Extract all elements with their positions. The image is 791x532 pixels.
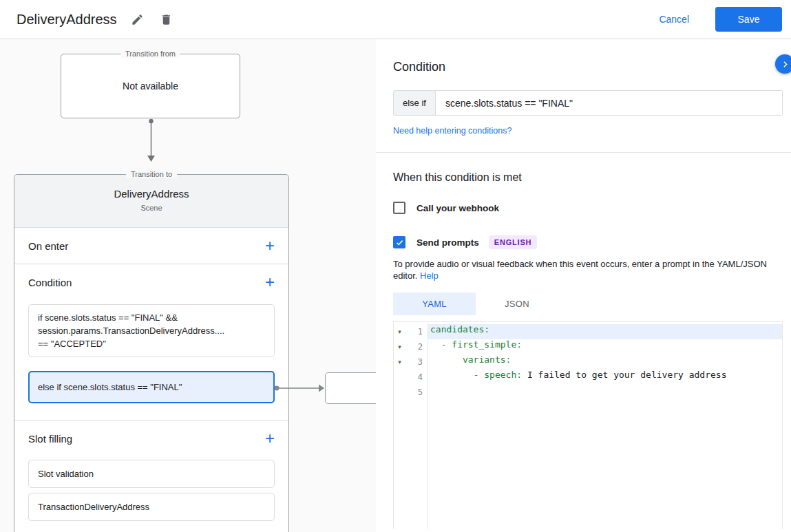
yaml-key: speech: — [484, 370, 522, 380]
condition-item-line: == "ACCEPTED" — [38, 337, 265, 350]
add-condition-button[interactable]: + — [265, 275, 275, 289]
page-title: DeliveryAddress — [17, 12, 117, 28]
transition-from-label: Transition from — [120, 50, 180, 58]
code-line-4: - speech: I failed to get your delivery … — [428, 370, 782, 385]
right-arrow-head — [319, 385, 324, 392]
send-prompts-row: Send prompts ENGLISH — [393, 235, 783, 249]
indent — [430, 370, 474, 380]
slot-filling-row: Slot filling + — [14, 421, 288, 456]
yaml-dash: - — [441, 339, 452, 350]
gutter-row: 4 — [394, 370, 428, 385]
yaml-key: first_simple: — [452, 339, 522, 350]
help-link[interactable]: Help — [420, 270, 439, 281]
editor-code-area[interactable]: candidates: - first_simple: variants: - … — [428, 322, 782, 529]
line-number: 5 — [405, 387, 428, 397]
webhook-row: Call your webhook — [393, 202, 783, 214]
language-badge: ENGLISH — [489, 235, 538, 249]
yaml-key: variants: — [463, 354, 511, 365]
scene-editor-app: DeliveryAddress Cancel Save Transition f… — [0, 0, 791, 532]
scene-card: Transition to DeliveryAddress Scene On e… — [14, 174, 289, 532]
delete-icon[interactable] — [160, 12, 173, 26]
fold-toggle-icon[interactable]: ▾ — [394, 359, 405, 365]
flow-canvas: Transition from Not available Transition… — [0, 39, 376, 532]
transition-target-box[interactable] — [325, 372, 376, 404]
indent — [430, 339, 441, 350]
line-number: 1 — [405, 327, 428, 337]
line-number: 2 — [405, 342, 428, 352]
condition-item-line: session.params.TransactionDeliveryAddres… — [38, 324, 265, 337]
yaml-editor[interactable]: ▾ 1 ▾ 2 ▾ 3 4 5 — [393, 321, 783, 529]
panel-title: Condition — [393, 60, 783, 74]
scene-title: DeliveryAddress — [14, 188, 288, 200]
gutter-row: ▾ 1 — [394, 324, 428, 339]
on-enter-label: On enter — [28, 240, 68, 252]
code-line-1: candidates: — [428, 324, 782, 339]
prompt-description-text: To provide audio or visual feedback when… — [393, 259, 767, 281]
line-number: 3 — [405, 357, 428, 367]
transition-from-value: Not available — [123, 81, 178, 92]
connector-dot — [149, 119, 153, 123]
app-header: DeliveryAddress Cancel Save — [0, 0, 791, 39]
edit-icon[interactable] — [131, 12, 145, 26]
collapse-panel-button[interactable] — [775, 54, 791, 74]
section-divider — [376, 152, 791, 153]
editor-gutter: ▾ 1 ▾ 2 ▾ 3 4 5 — [394, 322, 428, 529]
gutter-row: ▾ 3 — [394, 354, 428, 370]
condition-item-line: if scene.slots.status == "FINAL" && — [38, 311, 265, 324]
condition-expression-row: else if — [393, 90, 783, 116]
condition-label: Condition — [28, 277, 72, 288]
checkmark-icon — [395, 238, 404, 247]
transition-from-box: Transition from Not available — [61, 54, 240, 118]
cancel-button[interactable]: Cancel — [659, 14, 689, 25]
fold-toggle-icon[interactable]: ▾ — [394, 328, 405, 335]
slot-type-item[interactable]: TransactionDeliveryAddress — [28, 493, 275, 521]
send-prompts-label[interactable]: Send prompts — [416, 237, 479, 248]
webhook-checkbox[interactable] — [393, 202, 405, 214]
indent — [430, 354, 463, 365]
condition-row: Condition + — [14, 264, 288, 300]
prompt-description: To provide audio or visual feedback when… — [393, 258, 777, 281]
yaml-value: I failed to get your delivery address — [522, 370, 726, 380]
code-line-3: variants: — [428, 354, 782, 370]
slot-filling-label: Slot filling — [28, 433, 72, 445]
webhook-label[interactable]: Call your webhook — [416, 203, 499, 213]
yaml-key: candidates: — [430, 324, 489, 334]
slot-validation-item[interactable]: Slot validation — [28, 460, 275, 488]
scene-card-header[interactable]: DeliveryAddress Scene — [14, 175, 288, 228]
fold-toggle-icon[interactable]: ▾ — [394, 343, 405, 350]
condition-item[interactable]: if scene.slots.status == "FINAL" && sess… — [28, 304, 275, 357]
line-number: 4 — [405, 372, 428, 382]
condition-detail-panel: Condition else if Need help entering con… — [376, 39, 791, 532]
add-slot-button[interactable]: + — [265, 432, 275, 445]
chevron-right-icon — [781, 60, 790, 69]
down-arrow-head — [147, 156, 155, 162]
send-prompts-checkbox[interactable] — [393, 236, 405, 248]
transition-to-label: Transition to — [126, 170, 177, 178]
yaml-dash: - — [474, 370, 485, 380]
scene-subtitle: Scene — [14, 204, 288, 212]
add-on-enter-button[interactable]: + — [265, 239, 275, 253]
gutter-row: ▾ 2 — [394, 339, 428, 354]
conditions-help-link[interactable]: Need help entering conditions? — [393, 126, 511, 136]
condition-section: Condition + if scene.slots.status == "FI… — [14, 264, 288, 421]
save-button[interactable]: Save — [715, 7, 782, 32]
when-met-title: When this condition is met — [393, 171, 783, 184]
code-line-2: - first_simple: — [428, 339, 782, 354]
editor-tabs: YAML JSON — [393, 292, 783, 315]
condition-item-selected[interactable]: else if scene.slots.status == "FINAL" — [28, 371, 275, 403]
tab-yaml[interactable]: YAML — [393, 292, 476, 315]
condition-item-line: else if scene.slots.status == "FINAL" — [38, 381, 265, 394]
code-line-5 — [428, 385, 782, 400]
gutter-row: 5 — [394, 385, 428, 400]
on-enter-row: On enter + — [14, 228, 288, 264]
tab-json[interactable]: JSON — [476, 292, 558, 315]
condition-expression-input[interactable] — [436, 91, 782, 115]
condition-prefix: else if — [394, 91, 436, 115]
